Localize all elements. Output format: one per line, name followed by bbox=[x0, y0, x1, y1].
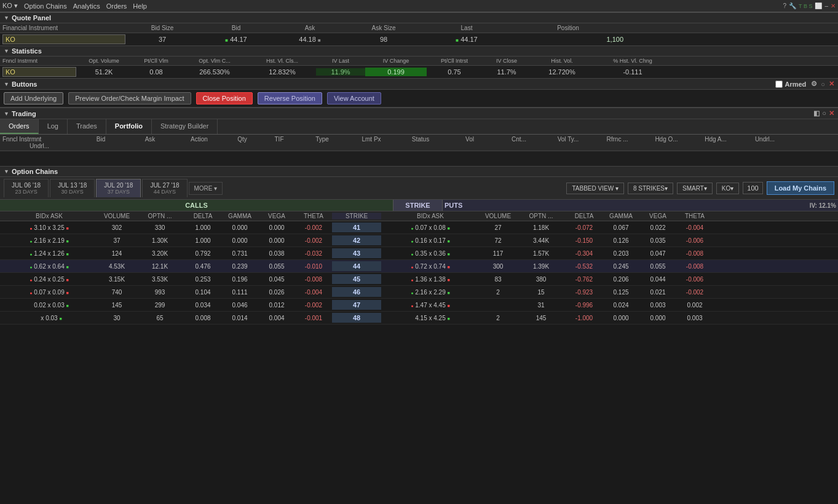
trading-close-icon[interactable]: ✕ bbox=[829, 109, 834, 117]
put-vega: 0.047 bbox=[639, 250, 676, 257]
call-optn: 330 bbox=[135, 224, 184, 231]
call-volume: 37 bbox=[98, 237, 135, 244]
call-theta: -0.032 bbox=[295, 250, 332, 257]
menu-analytics[interactable]: Analytics bbox=[73, 2, 100, 10]
col-sub-headers: BIDx ASK VOLUME OPTN ... DELTA GAMMA VEG… bbox=[0, 211, 838, 221]
statistics-header: ▼ Statistics bbox=[0, 45, 838, 57]
strikes-button[interactable]: 8 STRIKES▾ bbox=[628, 183, 673, 194]
title-bar-left: KO ▾ Option Chains Analytics Orders Help bbox=[2, 2, 783, 10]
smart-button[interactable]: SMART▾ bbox=[677, 183, 713, 194]
stat-col-opt-vlm-c: Opt. Vlm C... bbox=[181, 58, 248, 64]
chain-row[interactable]: ● 0.07 x 0.09 ■ 740 993 0.104 0.111 0.02… bbox=[0, 286, 838, 299]
put-volume: 300 bbox=[480, 263, 516, 270]
trading-icon-2[interactable]: ○ bbox=[822, 109, 826, 117]
strike-value: 46 bbox=[332, 287, 381, 297]
stat-col-iv-close: IV Close bbox=[482, 58, 531, 64]
quote-instrument[interactable]: KO bbox=[2, 34, 125, 44]
stats-opt-volume: 51.2K bbox=[76, 68, 132, 76]
armed-settings-icon[interactable]: ⚙ bbox=[811, 80, 817, 88]
col-put-delta: DELTA bbox=[566, 213, 603, 219]
minimize-icon[interactable]: – bbox=[824, 2, 828, 9]
strike-value: 48 bbox=[332, 313, 381, 323]
trading-col-rfrnc: Rfrnc ... bbox=[593, 136, 642, 143]
menu-option-chains[interactable]: Option Chains bbox=[24, 2, 67, 10]
statistics-title: Statistics bbox=[12, 47, 42, 55]
trading-header: ▼ Trading ◧ ○ ✕ bbox=[0, 108, 838, 119]
stats-arrow[interactable]: ▼ bbox=[4, 48, 9, 54]
option-chains-header: ▼ Option Chains bbox=[0, 166, 838, 177]
quote-panel: ▼ Quote Panel Financial Instrument Bid S… bbox=[0, 12, 838, 45]
stats-hst-vl-chng: -0.111 bbox=[593, 68, 673, 76]
armed-close-icon[interactable]: ✕ bbox=[829, 80, 834, 88]
help-icon[interactable]: ? bbox=[783, 2, 787, 9]
chain-row[interactable]: ● 3.10 x 3.25 ■ 302 330 1.000 0.000 0.00… bbox=[0, 221, 838, 234]
put-gamma: 0.126 bbox=[603, 237, 639, 244]
tab-orders[interactable]: Orders bbox=[0, 119, 39, 134]
call-theta: -0.002 bbox=[295, 237, 332, 244]
put-optn: 1.18K bbox=[516, 224, 566, 231]
trading-arrow[interactable]: ▼ bbox=[4, 111, 9, 117]
tab-portfolio[interactable]: Portfolio bbox=[106, 119, 152, 134]
tab-log[interactable]: Log bbox=[39, 119, 68, 134]
col-ask-size: Ask Size bbox=[347, 25, 421, 31]
date-tab-jul13[interactable]: JUL 13 '18 30 DAYS bbox=[50, 179, 95, 197]
quote-panel-arrow[interactable]: ▼ bbox=[4, 15, 9, 21]
chain-row[interactable]: ● 1.24 x 1.26 ■ 124 3.20K 0.792 0.731 0.… bbox=[0, 247, 838, 260]
call-gamma: 0.000 bbox=[221, 224, 258, 231]
close-icon[interactable]: ✕ bbox=[831, 2, 836, 9]
stat-col-opt-volume: Opt. Volume bbox=[76, 58, 132, 64]
trading-icon-1[interactable]: ◧ bbox=[813, 109, 820, 117]
date-tab-jul27[interactable]: JUL 27 '18 44 DAYS bbox=[142, 179, 187, 197]
trading-col-bid: Bid bbox=[76, 136, 125, 143]
option-chains-title: Option Chains bbox=[12, 168, 58, 175]
reverse-position-button[interactable]: Reverse Position bbox=[258, 92, 322, 104]
strike-value: 44 bbox=[332, 261, 381, 271]
title-bar: KO ▾ Option Chains Analytics Orders Help… bbox=[0, 0, 838, 12]
tabbed-view-button[interactable]: TABBED VIEW ▾ bbox=[566, 183, 623, 194]
preview-order-button[interactable]: Preview Order/Check Margin Impact bbox=[68, 92, 191, 104]
option-chains-arrow[interactable]: ▼ bbox=[4, 168, 9, 175]
date-tab-jul20[interactable]: JUL 20 '18 37 DAYS bbox=[96, 179, 141, 197]
quote-bid: ■ 44.17 bbox=[199, 36, 273, 43]
stats-hist-vol: 12.720% bbox=[531, 68, 593, 76]
stat-col-hst-vl-chng: % Hst. Vl. Chng bbox=[593, 58, 673, 64]
quote-ask: 44.18 ■ bbox=[273, 36, 347, 43]
tab-strategy-builder[interactable]: Strategy Builder bbox=[152, 119, 218, 134]
put-bid-ask: ● 0.07 x 0.08 ■ bbox=[381, 224, 480, 232]
call-bid-ask: ● x 0.03 ■ bbox=[0, 314, 98, 322]
tab-trades[interactable]: Trades bbox=[68, 119, 106, 134]
buttons-section-header: ▼ Buttons Armed ⚙ ○ ✕ bbox=[0, 78, 838, 90]
put-delta: -0.762 bbox=[566, 276, 603, 283]
stats-iv-change: 0.199 bbox=[365, 68, 427, 76]
buttons-arrow[interactable]: ▼ bbox=[4, 81, 9, 87]
call-optn: 3.20K bbox=[135, 250, 184, 257]
menu-help[interactable]: Help bbox=[133, 2, 147, 10]
load-my-chains-button[interactable]: Load My Chains bbox=[767, 181, 834, 195]
menu-orders[interactable]: Orders bbox=[106, 2, 127, 10]
call-optn: 299 bbox=[135, 302, 184, 309]
put-volume: 117 bbox=[480, 250, 516, 257]
ko-button[interactable]: KO▾ bbox=[716, 183, 739, 194]
date-tab-jul06[interactable]: JUL 06 '18 23 DAYS bbox=[4, 179, 49, 197]
chain-row[interactable]: ● 0.24 x 0.25 ■ 3.15K 3.53K 0.253 0.196 … bbox=[0, 273, 838, 286]
chain-row[interactable]: ● 0.62 x 0.64 ■ 4.53K 12.1K 0.476 0.239 … bbox=[0, 260, 838, 273]
put-gamma: 0.067 bbox=[603, 224, 639, 231]
put-theta: -0.006 bbox=[676, 237, 713, 244]
view-account-button[interactable]: View Account bbox=[327, 92, 381, 104]
window-icon[interactable]: ⬜ bbox=[815, 2, 822, 9]
trading-col-status: Status bbox=[396, 136, 445, 143]
put-bid-ask: ● 1.47 x 4.45 ■ bbox=[381, 301, 480, 309]
chain-row[interactable]: ● x 0.03 ■ 30 65 0.008 0.014 0.004 -0.00… bbox=[0, 312, 838, 325]
call-optn: 65 bbox=[135, 315, 184, 321]
add-underlying-button[interactable]: Add Underlying bbox=[4, 92, 63, 104]
settings-icon[interactable]: 🔧 bbox=[789, 2, 796, 9]
more-dates-button[interactable]: MORE ▾ bbox=[189, 182, 223, 195]
menu-ko[interactable]: KO ▾ bbox=[2, 2, 18, 10]
armed-checkbox[interactable] bbox=[775, 81, 783, 88]
chains-toolbar: JUL 06 '18 23 DAYS JUL 13 '18 30 DAYS JU… bbox=[0, 177, 838, 200]
chain-row[interactable]: ● 0.02 x 0.03 ■ 145 299 0.034 0.046 0.01… bbox=[0, 299, 838, 312]
close-position-button[interactable]: Close Position bbox=[196, 92, 253, 104]
chain-row[interactable]: ● 2.16 x 2.19 ■ 37 1.30K 1.000 0.000 0.0… bbox=[0, 234, 838, 247]
stats-instrument[interactable]: KO bbox=[2, 67, 76, 77]
stat-col-iv-change: IV Change bbox=[365, 58, 427, 64]
